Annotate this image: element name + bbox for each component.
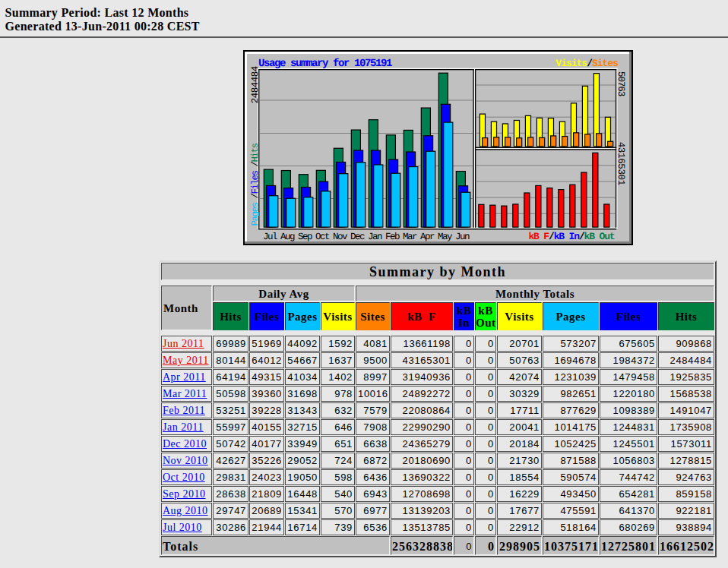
svg-text:Mar: Mar [403,232,417,242]
svg-text:Sep: Sep [298,232,312,242]
svg-text:Dec: Dec [350,232,365,242]
svg-text:Feb: Feb [385,232,400,242]
svg-text:Jul: Jul [263,232,277,242]
svg-text:Pages /Files /Hits: Pages /Files /Hits [250,144,261,226]
svg-text:Visits/Sites: Visits/Sites [555,58,619,69]
svg-text:Oct: Oct [315,232,330,242]
svg-text:Jan: Jan [368,232,382,242]
svg-text:Nov: Nov [333,232,348,242]
svg-text:2484484: 2484484 [250,66,261,103]
svg-text:Usage summary for 1075191: Usage summary for 1075191 [258,58,392,70]
svg-text:50763: 50763 [616,71,626,96]
svg-text:Apr: Apr [420,232,435,242]
svg-text:43165301: 43165301 [616,142,626,185]
svg-text:Jun: Jun [455,232,470,242]
svg-text:Aug: Aug [280,232,295,242]
svg-text:kB F/kB In/kB Out: kB F/kB In/kB Out [528,231,614,242]
svg-text:May: May [438,232,453,242]
